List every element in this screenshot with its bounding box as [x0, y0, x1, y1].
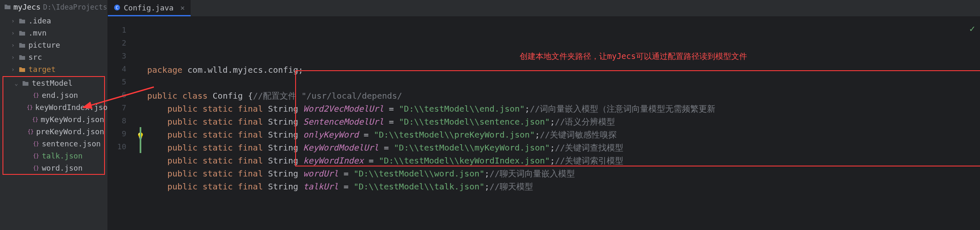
json-file-icon: {}: [31, 116, 38, 123]
folder-icon: [18, 66, 26, 72]
checkmark-icon[interactable]: ✓: [970, 23, 975, 34]
folder-src[interactable]: ›src: [0, 51, 107, 63]
folder-icon: [18, 18, 26, 24]
line-number[interactable]: 1: [108, 23, 137, 36]
tree-item-label: preKeyWord.json: [36, 127, 104, 136]
tree-item-label: myKeyWord.json: [41, 115, 104, 124]
tab-label: Config.java: [124, 3, 174, 12]
svg-text:C: C: [116, 5, 118, 10]
svg-text:{}: {}: [33, 153, 39, 159]
file-preKeyWord-json[interactable]: {}preKeyWord.json: [3, 125, 104, 138]
json-file-icon: {}: [27, 128, 33, 135]
code-line[interactable]: public static final String onlyKeyWord =…: [137, 128, 980, 141]
code-line[interactable]: public class Config {//配置文件 "/usr/local/…: [137, 89, 980, 102]
json-file-icon: {}: [32, 153, 39, 159]
line-number[interactable]: 3: [108, 49, 137, 62]
json-file-icon: {}: [26, 104, 33, 111]
folder-target[interactable]: ›target: [0, 63, 107, 75]
code-line[interactable]: package com.wlld.myjecs.config;: [137, 64, 980, 77]
tree-item-label: .mvn: [28, 28, 46, 37]
project-icon: [4, 3, 11, 11]
project-sidebar: myJecs D:\IdeaProjects\myJecs ›.idea›.mv…: [0, 0, 108, 230]
folder-picture[interactable]: ›picture: [0, 39, 107, 51]
code-line[interactable]: public static final String KeyWordModelU…: [137, 141, 980, 154]
chevron-icon[interactable]: ›: [10, 66, 16, 73]
file-sentence-json[interactable]: {}sentence.json: [3, 138, 104, 150]
file-word-json[interactable]: {}word.json: [3, 162, 104, 174]
tree-item-label: picture: [28, 41, 60, 49]
line-number[interactable]: 2: [108, 36, 137, 49]
json-file-icon: {}: [32, 141, 39, 147]
line-number[interactable]: 10: [108, 140, 137, 153]
code-line[interactable]: public static final String SentenceModel…: [137, 115, 980, 128]
tree-item-label: keyWordIndex.json: [35, 103, 108, 112]
tree-item-label: word.json: [42, 164, 83, 172]
tree-item-label: target: [28, 65, 56, 74]
folder--mvn[interactable]: ›.mvn: [0, 27, 107, 39]
editor-tabs: C Config.java ×: [108, 0, 980, 17]
tree-item-label: sentence.json: [42, 139, 101, 148]
json-file-icon: {}: [32, 165, 39, 171]
svg-text:{}: {}: [27, 105, 33, 110]
code-editor[interactable]: 123456789💡10 创建本地文件夹路径，让myJecs可以通过配置路径读到…: [108, 17, 980, 230]
file-end-json[interactable]: {}end.json: [3, 89, 104, 101]
code-line[interactable]: public static final String keyWordIndex …: [137, 154, 980, 167]
line-number[interactable]: 9💡: [108, 127, 137, 140]
file-myKeyWord-json[interactable]: {}myKeyWord.json: [3, 113, 104, 125]
chevron-icon[interactable]: ›: [10, 54, 16, 61]
svg-text:{}: {}: [32, 117, 38, 123]
folder-icon: [22, 80, 29, 86]
line-number[interactable]: 4: [108, 62, 137, 75]
svg-text:{}: {}: [33, 92, 39, 98]
project-header[interactable]: myJecs D:\IdeaProjects\myJecs: [0, 0, 107, 14]
svg-text:{}: {}: [33, 141, 39, 147]
folder-icon: [18, 42, 26, 48]
project-tree: ›.idea›.mvn›picture›src›target⌄testModel…: [0, 14, 107, 176]
tree-item-label: testModel: [32, 79, 73, 87]
folder-icon: [18, 30, 26, 36]
code-line[interactable]: public static final String talkUrl = "D:…: [137, 180, 980, 193]
json-file-icon: {}: [32, 92, 39, 99]
line-number[interactable]: 7: [108, 101, 137, 114]
svg-text:{}: {}: [33, 165, 39, 171]
project-name: myJecs: [13, 3, 41, 11]
tree-item-label: end.json: [42, 91, 78, 100]
project-path: D:\IdeaProjects\myJecs: [43, 3, 108, 11]
tree-item-label: src: [28, 53, 42, 61]
chevron-icon[interactable]: ⌄: [13, 80, 19, 87]
chevron-icon[interactable]: ›: [10, 30, 16, 36]
line-number[interactable]: 6: [108, 88, 137, 101]
highlight-box-tree: ⌄testModel{}end.json{}keyWordIndex.json{…: [3, 76, 105, 175]
folder-icon: [18, 54, 26, 60]
chevron-icon[interactable]: ›: [10, 42, 16, 49]
file-talk-json[interactable]: {}talk.json: [3, 150, 104, 162]
class-icon: C: [114, 4, 120, 11]
file-keyWordIndex-json[interactable]: {}keyWordIndex.json: [3, 101, 104, 113]
editor-area: C Config.java × 123456789💡10 创建本地文件夹路径，让…: [108, 0, 980, 230]
tab-config-java[interactable]: C Config.java ×: [108, 0, 191, 16]
code-line[interactable]: [137, 77, 980, 89]
svg-text:{}: {}: [28, 129, 33, 135]
code-content[interactable]: 创建本地文件夹路径，让myJecs可以通过配置路径读到模型文件 package …: [137, 17, 980, 230]
folder--idea[interactable]: ›.idea: [0, 15, 107, 27]
line-number[interactable]: 8: [108, 114, 137, 127]
code-line[interactable]: public static final String wordUrl = "D:…: [137, 167, 980, 180]
annotation-text: 创建本地文件夹路径，让myJecs可以通过配置路径读到模型文件: [520, 51, 747, 62]
line-number[interactable]: 5: [108, 75, 137, 88]
close-icon[interactable]: ×: [180, 3, 185, 12]
line-gutter: 123456789💡10: [108, 17, 137, 230]
tree-item-label: .idea: [28, 16, 51, 25]
folder-testModel[interactable]: ⌄testModel: [3, 77, 104, 89]
tree-item-label: talk.json: [42, 151, 83, 160]
code-line[interactable]: public static final String Word2VecModel…: [137, 102, 980, 115]
chevron-icon[interactable]: ›: [10, 18, 16, 24]
